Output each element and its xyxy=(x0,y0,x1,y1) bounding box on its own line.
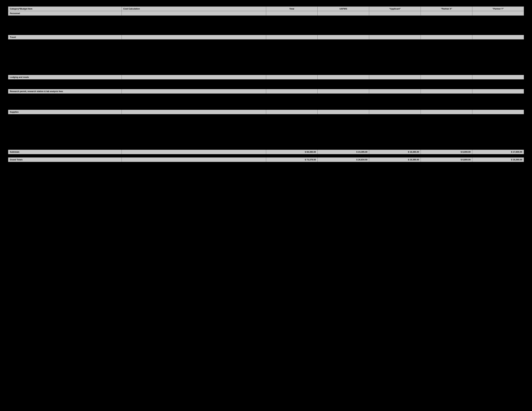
grand-totals-applicant: $ 18,385.00 xyxy=(369,158,421,162)
gap-before-grand-totals xyxy=(8,154,524,158)
subtotals-row: Subtotals $ 68,380.00 $ 24,395.00 $ 18,3… xyxy=(8,150,524,154)
grand-totals-partner-y: $ 19,360.00 xyxy=(472,158,524,162)
header-applicant: "Applicant" xyxy=(369,7,421,11)
subtotals-total: $ 68,380.00 xyxy=(266,150,318,154)
subtotals-partner-x: $ 8,000.00 xyxy=(421,150,472,154)
section-lodging: Lodging and meals xyxy=(8,75,524,79)
lodging-empty-block xyxy=(8,79,524,89)
grand-totals-total: $ 73,379.50 xyxy=(266,158,318,162)
section-research-label: Research permit, research station & lab … xyxy=(8,89,122,94)
travel-empty-block xyxy=(8,39,524,75)
header-partner-x: "Partner X" xyxy=(421,7,472,11)
section-lodging-label: Lodging and meals xyxy=(8,75,122,79)
header-category: Category*/Budget Item xyxy=(8,7,122,11)
grand-totals-usfws: $ 26,834.50 xyxy=(318,158,369,162)
subtotals-label: Subtotals xyxy=(8,150,122,154)
table-header-row: Category*/Budget Item Cost Calculation T… xyxy=(8,7,524,11)
supplies-empty-block xyxy=(8,114,524,147)
section-personnel-label: Personnel xyxy=(8,11,122,16)
header-partner-y: "Partner Y" xyxy=(472,7,524,11)
grand-totals-row: Grand Totals $ 73,379.50 $ 26,834.50 $ 1… xyxy=(8,158,524,162)
gap-before-subtotals xyxy=(8,147,524,150)
section-research: Research permit, research station & lab … xyxy=(8,89,524,94)
budget-table: Category*/Budget Item Cost Calculation T… xyxy=(8,6,524,162)
subtotals-applicant: $ 18,385.00 xyxy=(369,150,421,154)
section-supplies: Supplies xyxy=(8,110,524,114)
subtotals-partner-y: $ 17,600.00 xyxy=(472,150,524,154)
research-empty-block xyxy=(8,94,524,110)
section-personnel: Personnel xyxy=(8,11,524,16)
grand-totals-partner-x: $ 8,800.00 xyxy=(421,158,472,162)
header-usfws: USFWS xyxy=(318,7,369,11)
section-travel-label: Travel xyxy=(8,35,122,39)
header-cost: Cost Calculation xyxy=(122,7,266,11)
section-supplies-label: Supplies xyxy=(8,110,122,114)
grand-totals-label: Grand Totals xyxy=(8,158,122,162)
section-travel: Travel xyxy=(8,35,524,39)
personnel-empty-block xyxy=(8,16,524,35)
subtotals-usfws: $ 24,395.00 xyxy=(318,150,369,154)
header-total: Total xyxy=(266,7,318,11)
